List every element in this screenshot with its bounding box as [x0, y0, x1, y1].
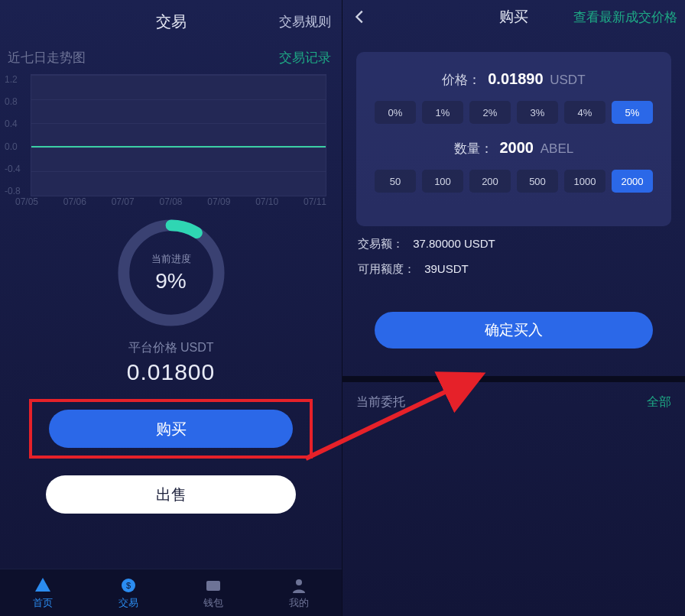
nav-mine-label: 我的	[289, 596, 309, 610]
price-label: 价格：	[442, 73, 481, 87]
x-tick: 07/11	[304, 196, 326, 207]
nav-home-label: 首页	[33, 596, 53, 610]
price-label: 平台价格 USDT	[0, 340, 342, 356]
svg-text:$: $	[126, 581, 131, 590]
svg-rect-5	[216, 584, 220, 588]
home-icon	[34, 576, 52, 595]
x-tick: 07/07	[112, 196, 135, 207]
qty-chip-1000[interactable]: 1000	[564, 170, 605, 193]
y-tick: 0.4	[5, 118, 21, 129]
x-tick: 07/08	[159, 196, 182, 207]
orders-label: 当前委托	[356, 394, 405, 410]
qty-label: 数量：	[454, 141, 493, 156]
qty-chip-500[interactable]: 500	[517, 170, 558, 193]
nav-wallet[interactable]: 钱包	[171, 569, 257, 616]
qty-chip-200[interactable]: 200	[469, 170, 511, 193]
y-tick: 1.2	[5, 74, 21, 85]
pct-chip-0pct[interactable]: 0%	[375, 101, 416, 124]
x-tick: 07/06	[63, 196, 86, 207]
records-link[interactable]: 交易记录	[279, 49, 331, 66]
rules-link[interactable]: 交易规则	[279, 13, 331, 31]
orders-all-link[interactable]: 全部	[647, 394, 671, 410]
right-title: 购买	[499, 7, 528, 27]
nav-mine[interactable]: 我的	[256, 569, 342, 616]
nav-trade[interactable]: $ 交易	[86, 569, 171, 616]
order-panel: 价格： 0.01890 USDT 0%1%2%3%4%5% 数量： 2000 A…	[356, 52, 671, 226]
back-icon[interactable]	[352, 8, 368, 25]
pct-chip-1pct[interactable]: 1%	[422, 101, 463, 124]
trade-icon: $	[119, 576, 138, 595]
price-value: 0.01800	[0, 359, 342, 385]
nav-wallet-label: 钱包	[203, 596, 223, 610]
right-header: 购买 查看最新成交价格	[342, 0, 685, 34]
x-tick: 07/05	[15, 196, 38, 207]
progress-value: 9%	[155, 269, 186, 293]
x-tick: 07/10	[255, 196, 278, 207]
page-title: 交易	[156, 11, 187, 32]
nav-home[interactable]: 首页	[0, 569, 86, 616]
trend-label: 近七日走势图	[8, 49, 86, 66]
x-tick: 07/09	[207, 196, 230, 207]
y-tick: -0.8	[5, 186, 21, 196]
progress-label: 当前进度	[151, 252, 191, 266]
confirm-buy-button[interactable]: 确定买入	[375, 312, 653, 349]
progress-ring: 当前进度 9%	[115, 216, 228, 329]
section-divider	[342, 376, 685, 382]
pct-chip-2pct[interactable]: 2%	[469, 101, 511, 124]
person-icon	[290, 576, 308, 595]
y-tick: -0.4	[5, 164, 21, 174]
svg-point-6	[296, 579, 302, 585]
y-tick: 0.0	[5, 141, 21, 152]
qty-row: 数量： 2000 ABEL	[368, 139, 659, 157]
bottom-nav: 首页 $ 交易 钱包 我的	[0, 569, 342, 616]
nav-trade-label: 交易	[118, 596, 138, 610]
pct-chip-4pct[interactable]: 4%	[564, 101, 605, 124]
qty-chip-2000[interactable]: 2000	[612, 170, 653, 193]
qty-chip-100[interactable]: 100	[422, 170, 463, 193]
latest-price-link[interactable]: 查看最新成交价格	[573, 8, 677, 26]
price-value: 0.01890	[488, 70, 543, 87]
sell-button[interactable]: 出售	[46, 475, 296, 514]
qty-chip-50[interactable]: 50	[375, 170, 416, 193]
wallet-icon	[204, 576, 222, 595]
pct-chip-3pct[interactable]: 3%	[517, 101, 558, 124]
qty-unit: ABEL	[541, 141, 573, 156]
percent-chips: 0%1%2%3%4%5%	[368, 101, 659, 124]
left-header: 交易 交易规则	[0, 0, 342, 43]
qty-value: 2000	[500, 139, 534, 156]
y-tick: 0.8	[5, 96, 21, 107]
price-row: 价格： 0.01890 USDT	[368, 70, 659, 89]
pct-chip-5pct[interactable]: 5%	[612, 101, 653, 124]
amount-line: 交易额： 37.80000 USDT	[342, 226, 685, 251]
buy-button[interactable]: 购买	[49, 410, 293, 448]
trend-chart: 1.20.80.40.0-0.4-0.8 07/0507/0607/0707/0…	[0, 70, 342, 207]
qty-chips: 5010020050010002000	[368, 170, 659, 193]
price-unit: USDT	[550, 73, 585, 87]
buy-highlight-box: 购买	[29, 399, 313, 459]
chart-series-line	[31, 146, 326, 148]
available-line: 可用额度： 39USDT	[342, 251, 685, 277]
